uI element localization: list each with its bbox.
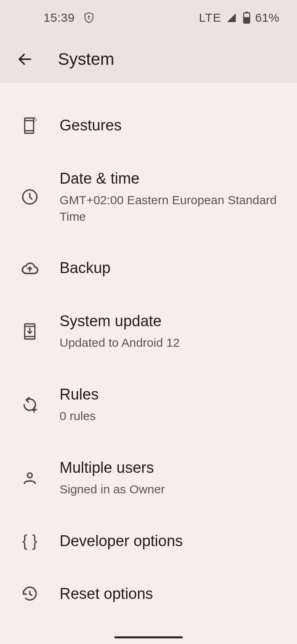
item-gestures[interactable]: Gestures (0, 99, 297, 152)
item-text: Backup (60, 259, 283, 278)
settings-list: Gestures Date & time GMT+02:00 Eastern E… (0, 83, 297, 621)
item-backup[interactable]: Backup (0, 242, 297, 295)
status-left: 15:39 (43, 11, 95, 25)
item-text: Multiple users Signed in as Owner (60, 458, 283, 498)
signal-icon (226, 12, 237, 23)
svg-point-0 (88, 16, 90, 18)
status-right: LTE 61% (199, 11, 279, 25)
app-bar: System (0, 35, 297, 83)
item-text: System update Updated to Android 12 (60, 312, 283, 351)
clock-icon (21, 188, 39, 206)
item-title: Backup (60, 259, 283, 278)
rules-icon (21, 396, 39, 414)
item-text: Gestures (60, 116, 283, 135)
item-title: Date & time (60, 169, 283, 188)
system-update-icon (21, 323, 39, 340)
item-title: System update (60, 312, 283, 331)
svg-point-13 (27, 473, 32, 478)
gestures-icon (21, 117, 39, 135)
shield-icon (83, 12, 95, 24)
battery-label: 61% (255, 11, 279, 25)
braces-icon: { } (21, 532, 39, 550)
cloud-upload-icon (21, 259, 39, 277)
item-rules[interactable]: Rules 0 rules (0, 368, 297, 441)
item-title: Gestures (60, 116, 283, 135)
arrow-back-icon (16, 51, 33, 68)
status-bar: 15:39 LTE 61% (0, 0, 297, 35)
status-time: 15:39 (43, 11, 75, 25)
item-reset-options[interactable]: Reset options (0, 567, 297, 621)
item-subtitle: GMT+02:00 Eastern European Standard Time (60, 192, 283, 225)
item-title: Developer options (60, 532, 283, 551)
navigation-pill[interactable] (114, 636, 183, 638)
svg-point-12 (32, 408, 36, 411)
item-developer-options[interactable]: { } Developer options (0, 515, 297, 568)
back-button[interactable] (14, 49, 35, 70)
item-text: Developer options (60, 532, 283, 551)
battery-icon (243, 12, 250, 24)
item-system-update[interactable]: System update Updated to Android 12 (0, 295, 297, 368)
item-text: Date & time GMT+02:00 Eastern European S… (60, 169, 283, 225)
item-title: Rules (60, 385, 283, 404)
item-subtitle: Updated to Android 12 (60, 335, 283, 351)
item-datetime[interactable]: Date & time GMT+02:00 Eastern European S… (0, 152, 297, 242)
person-icon (21, 469, 39, 487)
item-text: Rules 0 rules (60, 385, 283, 425)
item-text: Reset options (60, 584, 283, 604)
svg-rect-3 (243, 17, 250, 23)
restore-icon (21, 585, 39, 603)
item-multiple-users[interactable]: Multiple users Signed in as Owner (0, 441, 297, 515)
item-title: Multiple users (60, 458, 283, 478)
item-subtitle: 0 rules (60, 408, 283, 425)
item-subtitle: Signed in as Owner (60, 481, 283, 498)
network-label: LTE (199, 11, 221, 25)
item-title: Reset options (60, 584, 283, 604)
page-title: System (58, 50, 114, 69)
